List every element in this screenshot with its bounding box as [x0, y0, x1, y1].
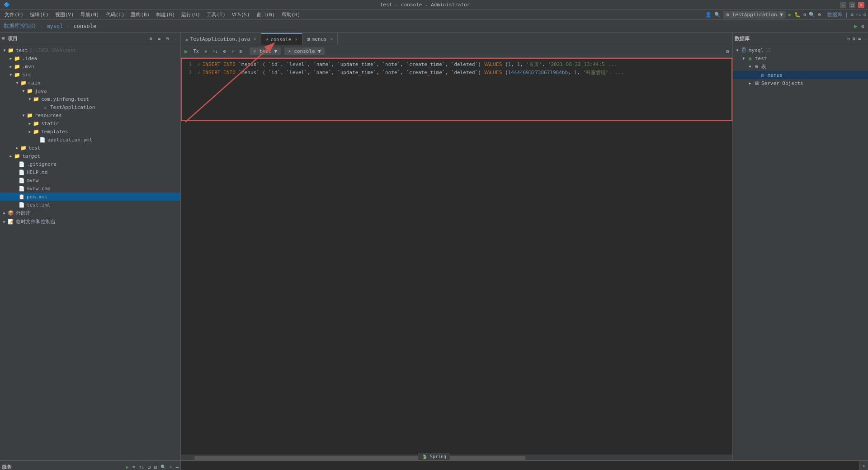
menu-edit[interactable]: 编辑(E) — [27, 10, 52, 19]
tree-item-java[interactable]: ▼ 📁 java — [0, 87, 180, 95]
menu-build[interactable]: 构建(B) — [153, 10, 178, 19]
tree-item-pomxml[interactable]: 📋 pom.xml — [0, 193, 180, 201]
sidebar-sort-icon[interactable]: ≡ — [156, 35, 162, 42]
tree-item-templates[interactable]: ▶ 📁 templates — [0, 127, 180, 136]
svc-run-icon[interactable]: ▶ — [126, 465, 129, 470]
console-selector[interactable]: ⚡ console ▼ — [284, 47, 325, 55]
svc-filter-icon[interactable]: ⊡ — [154, 465, 157, 470]
db-selector[interactable]: ⚡ test ▼ — [250, 47, 281, 55]
tree-item-mvnwcmd[interactable]: 📄 mvnw.cmd — [0, 184, 180, 193]
right-tree-tables-folder[interactable]: ▼ ⊞ 表 — [733, 62, 868, 71]
menu-view[interactable]: 视图(V) — [52, 10, 77, 19]
tree-item-external-libs[interactable]: ▶ 📦 外部库 — [0, 209, 180, 217]
maximize-button[interactable]: □ — [849, 2, 855, 8]
db-refresh-icon[interactable]: ↻ — [847, 36, 850, 41]
db-collapse-icon[interactable]: — — [863, 36, 866, 41]
breadcrumb-db[interactable]: 数据库控制台 — [4, 22, 36, 30]
settings-icon[interactable]: ⚙ — [861, 23, 864, 29]
tree-item-appyml[interactable]: 📄 application.yml — [0, 136, 180, 144]
menu-navigate[interactable]: 导航(N) — [78, 10, 102, 19]
editor-area: ☕ TestApplication.java ✕ ⚡ console ✕ ⊞ m… — [181, 33, 732, 460]
run-button[interactable]: ▶ — [788, 12, 792, 18]
tree-item-mvnw[interactable]: 📄 mvnw — [0, 176, 180, 184]
tree-item-testml[interactable]: 📄 test.iml — [0, 201, 180, 209]
menu-window[interactable]: 窗口(W) — [254, 10, 278, 19]
svc-group-icon[interactable]: ⊞ — [148, 465, 151, 470]
svc-add-icon[interactable]: + — [170, 465, 172, 470]
svc-collapse-icon[interactable]: — — [176, 465, 179, 470]
java-icon: ☕ — [185, 36, 189, 42]
editor-scrollbar[interactable] — [181, 455, 732, 460]
sql-editor[interactable]: 1 ✓ INSERT INTO `menus` ( `id`, `level`,… — [181, 58, 732, 121]
menu-file[interactable]: 文件(F) — [2, 10, 26, 19]
result-area — [181, 121, 732, 455]
sidebar-gear-icon[interactable]: ⚙ — [148, 35, 154, 42]
close-button[interactable]: ✕ — [858, 2, 864, 8]
sidebar-close-icon[interactable]: — — [172, 35, 179, 42]
tree-item-mvn[interactable]: ▶ 📁 .mvn — [0, 62, 180, 70]
menu-run[interactable]: 运行(U) — [179, 10, 203, 19]
tab-close-icon[interactable]: ✕ — [295, 37, 297, 42]
tree-item-helpmd[interactable]: 📄 HELP.md — [0, 168, 180, 176]
toolbar-icon1[interactable]: ≡ — [203, 48, 209, 55]
right-tree-test-db[interactable]: ▼ ◉ test — [733, 54, 868, 62]
sql-line-1[interactable]: 1 ✓ INSERT INTO `menus` ( `id`, `level`,… — [182, 61, 731, 69]
tree-item-main[interactable]: ▼ 📁 main — [0, 79, 180, 87]
breadcrumb-console[interactable]: console — [74, 23, 97, 29]
tree-item-test-dir[interactable]: ▶ 📁 test — [0, 144, 180, 152]
sql-line-2[interactable]: 2 ✓ INSERT INTO `menus` ( `id`, `level`,… — [182, 69, 731, 77]
tree-item-idea[interactable]: ▶ 📁 .idea — [0, 54, 180, 62]
title-bar-controls[interactable]: — □ ✕ — [840, 2, 864, 8]
db-version: 15 — [765, 48, 771, 53]
sidebar-filter-icon[interactable]: ⊞ — [164, 35, 170, 42]
right-tree-server-objects[interactable]: ▶ 🖥 Server Objects — [733, 79, 868, 87]
toolbar-grid[interactable]: ⊞ — [238, 48, 244, 55]
db-sort-icon[interactable]: ≡ — [858, 36, 861, 41]
tab-console[interactable]: ⚡ console ✕ — [261, 33, 302, 45]
tree-item-scratch[interactable]: ▶ 📝 临时文件和控制台 — [0, 217, 180, 226]
menu-code[interactable]: 代码(C) — [103, 10, 127, 19]
debug-button[interactable]: 🐛 — [794, 12, 801, 18]
toolbar-pin[interactable]: ✓ — [230, 48, 236, 55]
tree-item-resources[interactable]: ▼ 📁 resources — [0, 111, 180, 119]
maximize-editor-btn[interactable]: ⊡ — [724, 48, 731, 55]
settings-button[interactable]: ⚙ — [803, 12, 807, 18]
right-tree-mysql[interactable]: ▼ 🗄 mysql 15 — [733, 46, 868, 54]
tree-item-target[interactable]: ▶ 📁 target — [0, 152, 180, 160]
tab-close-icon[interactable]: ✕ — [254, 37, 256, 41]
db-settings-icon[interactable]: ⚙ — [853, 36, 855, 41]
toolbar-settings[interactable]: ⚙ — [222, 48, 228, 55]
folder-icon: 📁 — [26, 112, 33, 118]
tree-item-static[interactable]: ▶ 📁 static — [0, 119, 180, 127]
toolbar-icon2[interactable]: ↑↓ — [211, 48, 220, 55]
right-tree-menus-table[interactable]: ⊞ menus — [733, 71, 868, 79]
tab-label: TestApplication.java — [190, 36, 250, 42]
tab-menus[interactable]: ⊞ menus ✕ — [302, 33, 338, 45]
svc-sort-icon[interactable]: ↑↓ — [139, 465, 144, 470]
tab-close-icon[interactable]: ✕ — [330, 37, 333, 41]
minimize-button[interactable]: — — [840, 2, 846, 8]
svc-search-icon[interactable]: 🔍 — [160, 465, 166, 470]
tree-item-test-root[interactable]: ▼ 📁 test D:\IDEA_JAVA\test — [0, 46, 180, 54]
menu-help[interactable]: 帮助(H) — [279, 10, 303, 19]
settings2-button[interactable]: ⚙ — [818, 12, 821, 18]
app-name: ⚙ TestApplication ▼ — [723, 11, 786, 19]
project-sidebar: ≡ 项目 ⚙ ≡ ⊞ — ▼ 📁 test D:\IDEA_JAVA\test … — [0, 33, 181, 460]
menu-vcs[interactable]: VCS(S) — [229, 11, 253, 19]
run-editor-btn[interactable]: ▶ — [183, 47, 190, 56]
tree-item-com-yinfeng[interactable]: ▼ 📁 com.yinfeng.test — [0, 95, 180, 103]
menu-tools[interactable]: 工具(T) — [204, 10, 228, 19]
tree-item-src[interactable]: ▼ 📁 src — [0, 70, 180, 79]
console-clear-icon[interactable]: ✕ — [861, 463, 867, 469]
breadcrumb-mysql[interactable]: mysql — [47, 23, 63, 29]
tree-item-gitignore[interactable]: 📄 .gitignore — [0, 160, 180, 168]
tree-item-testapp[interactable]: ☕ TestApplication — [0, 103, 180, 111]
menu-refactor[interactable]: 重构(B) — [128, 10, 152, 19]
folder-icon: 📁 — [14, 71, 21, 78]
spring-indicator: 🍃 Spring — [418, 453, 450, 460]
tree-label: templates — [41, 129, 68, 135]
search-button[interactable]: 🔍 — [809, 12, 815, 18]
tab-testapp[interactable]: ☕ TestApplication.java ✕ — [181, 33, 261, 45]
right-db-sidebar: 数据库 ↻ ⚙ ≡ — ▼ 🗄 mysql 15 ▼ ◉ test ▼ — [732, 33, 868, 460]
svc-list-icon[interactable]: ≡ — [132, 465, 135, 470]
